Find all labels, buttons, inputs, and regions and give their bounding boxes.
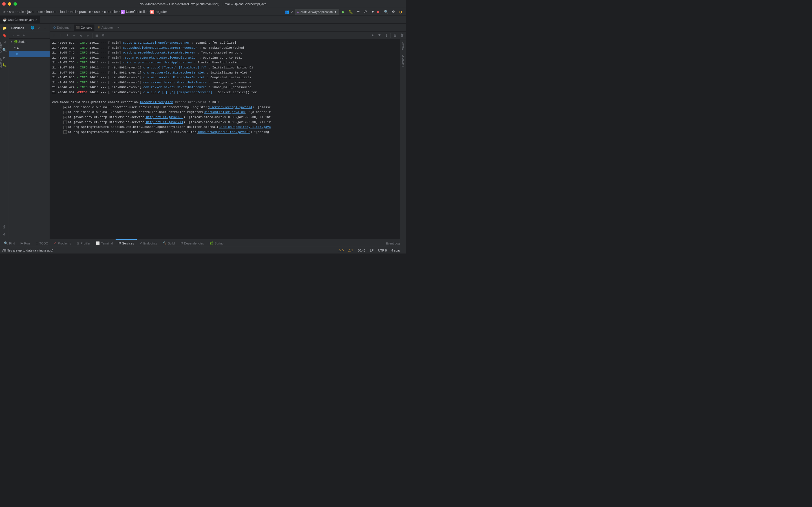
toolbar-scroll-end[interactable]: ↓ (51, 33, 57, 39)
people-icon[interactable]: 👥 (285, 10, 289, 14)
bottom-tab-services[interactable]: ⊞ Services (116, 239, 137, 247)
stack-expand-4[interactable]: + (63, 126, 67, 129)
toolbar-move-down[interactable]: ⬇ (64, 33, 71, 39)
breadcrumb-item-3[interactable]: java (27, 10, 34, 14)
stack-link-1[interactable]: UserController.java:38 (204, 110, 245, 115)
right-panel-maven[interactable]: Maven (401, 40, 405, 52)
breadcrumb-item-2[interactable]: main (16, 10, 24, 14)
left-icon-settings[interactable]: ⚙ (1, 231, 8, 238)
run-button[interactable]: ▶ (340, 9, 347, 15)
profile-button[interactable]: ⏱ (362, 9, 368, 15)
bottom-tab-terminal[interactable]: ⬜ Terminal (93, 239, 116, 247)
toolbar-rerun[interactable]: ↺ (78, 33, 84, 39)
coverage-button[interactable]: ☂ (355, 9, 361, 15)
left-icon-project[interactable]: 📁 (1, 25, 8, 32)
services-tree: ▼ 🌿 Spri... ▼ ▶ ⚙ (9, 39, 50, 239)
toolbar-delete[interactable]: 🗑 (399, 33, 405, 39)
services-minus-icon[interactable]: — (42, 25, 47, 31)
bottom-tab-problems[interactable]: ⚠ Problems (51, 239, 73, 247)
breadcrumb-item-5[interactable]: imooc (46, 10, 56, 14)
stack-expand-5[interactable]: + (63, 130, 67, 134)
breadcrumb-item-9[interactable]: user (94, 10, 101, 14)
services-globe-icon[interactable]: 🌐 (30, 25, 35, 31)
stack-link-4[interactable]: SessionRepositoryFilter.java (219, 125, 271, 130)
breadcrumb-item-10[interactable]: controller (103, 10, 118, 14)
profiler-icon: ◎ (77, 241, 80, 245)
tab-more-button[interactable]: ≡ (116, 26, 121, 29)
bottom-tab-spring[interactable]: 🌿 Spring (207, 239, 226, 247)
stack-expand-2[interactable]: + (63, 116, 67, 119)
breadcrumb-class-item[interactable]: C UserController (121, 10, 148, 14)
tab-debugger[interactable]: ⬡ Debugger (51, 24, 73, 31)
settings-button[interactable]: ⚙ (390, 9, 396, 15)
toolbar-step-over[interactable]: ↩ (71, 33, 78, 39)
breadcrumb-method-name[interactable]: register (155, 10, 167, 14)
bottom-tab-endpoints-label: Endpoints (143, 242, 157, 245)
bottom-tab-terminal-label: Terminal (101, 242, 113, 245)
left-icon-database[interactable]: 🗄 (1, 224, 8, 230)
bottom-tab-dependencies[interactable]: ⊡ Dependencies (177, 239, 207, 247)
stack-link-3[interactable]: HttpServlet.java:741 (146, 120, 183, 125)
tab-actuator[interactable]: ⚙ Actuator (96, 24, 115, 31)
services-tree-item-spring-root[interactable]: ▼ 🌿 Spri... (9, 39, 50, 45)
sidebar-favorites-tab[interactable]: Favorites (0, 55, 3, 71)
run-config-selector[interactable]: ⬡ ZuulGetWayApplication ▼ (295, 9, 339, 15)
stop-button[interactable]: ■ (377, 10, 379, 14)
services-tree-item-selected[interactable]: ⚙ (9, 51, 50, 57)
services-more-icon[interactable]: » (21, 33, 27, 38)
toolbar-format[interactable]: 🖨 (392, 33, 398, 39)
tree-expand-arrow[interactable]: ▼ (10, 40, 13, 43)
bottom-tab-build[interactable]: 🔨 Build (160, 239, 177, 247)
debug-button[interactable]: 🐛 (348, 9, 354, 15)
toolbar-layout2[interactable]: ⊟ (100, 33, 107, 39)
close-button[interactable] (2, 2, 6, 6)
stack-expand-1[interactable]: + (63, 111, 67, 114)
toolbar-scroll-up-arrow[interactable]: ▲ (370, 33, 376, 39)
services-tree-item-run[interactable]: ▼ ▶ (9, 45, 50, 51)
services-expand-all-icon[interactable]: ☰ (16, 33, 21, 38)
tab-console[interactable]: ⬛ Console (74, 24, 94, 31)
exception-class-link[interactable]: ImoocMallException (140, 101, 173, 104)
toolbar-layout1[interactable]: ▦ (94, 33, 100, 39)
more-run-button[interactable]: ▼ (370, 9, 376, 15)
breadcrumb-method-item[interactable]: m register (150, 10, 167, 14)
stack-expand-0[interactable]: + (63, 106, 67, 109)
bottom-tab-endpoints[interactable]: ↗ Endpoints (137, 239, 160, 247)
create-breakpoint-text[interactable]: Create breakpoint (175, 101, 207, 104)
bottom-tab-run[interactable]: ▶ Run (18, 239, 33, 247)
toolbar-scroll-end-btn[interactable]: ⤓ (383, 33, 389, 39)
bottom-tab-profiler[interactable]: ◎ Profiler (74, 239, 93, 247)
stack-expand-3[interactable]: + (63, 121, 67, 124)
breadcrumb-class-name[interactable]: UserController (125, 10, 148, 14)
stack-link-2[interactable]: HttpServlet.java:660 (146, 115, 183, 120)
console-output[interactable]: 21:40:04.872 - INFO 14011 --- [ main] s.… (50, 40, 406, 239)
breadcrumb-item-8[interactable]: practice (79, 10, 92, 14)
bottom-tab-todo[interactable]: ☰ TODO (33, 239, 51, 247)
breadcrumb-item-7[interactable]: mall (69, 10, 77, 14)
minimize-button[interactable] (8, 2, 11, 6)
toolbar-wrap[interactable]: ⇌ (85, 33, 91, 39)
sidebar-structure-tab[interactable]: Structure (0, 40, 3, 55)
breadcrumb-item-4[interactable]: com (36, 10, 44, 14)
breadcrumb-item-0[interactable]: er (2, 10, 6, 14)
services-reload-icon[interactable]: ↺ (10, 33, 15, 38)
left-icon-bookmarks[interactable]: 🔖 (1, 32, 8, 39)
right-panel-database[interactable]: Database (401, 52, 405, 69)
bottom-tab-find[interactable]: 🔍 Find (1, 239, 18, 247)
arrow-icon[interactable]: ↗ (290, 10, 294, 14)
theme-button[interactable]: ◑ (398, 9, 404, 15)
breadcrumb-item-6[interactable]: cloud (58, 10, 67, 14)
run-config-dropdown[interactable]: ▼ (334, 10, 337, 13)
maximize-button[interactable] (13, 2, 17, 6)
bottom-tabs: 🔍 Find ▶ Run ☰ TODO ⚠ Problems ◎ Profile… (0, 239, 406, 247)
editor-tab-usercontroller[interactable]: ☕ UserController.java × (0, 16, 40, 23)
breadcrumb-item-1[interactable]: src (8, 10, 14, 14)
toolbar-scroll-down-arrow[interactable]: ▼ (376, 33, 383, 39)
services-settings-icon[interactable]: ⚙ (36, 25, 41, 31)
toolbar-scroll-top[interactable]: ↑ (58, 33, 64, 39)
search-button[interactable]: 🔍 (383, 9, 389, 15)
log-line-7: 21:40:47.915 - INFO 14011 --- [ nio-8081… (52, 75, 404, 80)
stack-link-5[interactable]: OncePerRequestFilter.java:86 (198, 130, 250, 135)
editor-tab-close[interactable]: × (36, 18, 37, 21)
stack-link-0[interactable]: UserServiceImpl.java:24 (209, 105, 252, 110)
